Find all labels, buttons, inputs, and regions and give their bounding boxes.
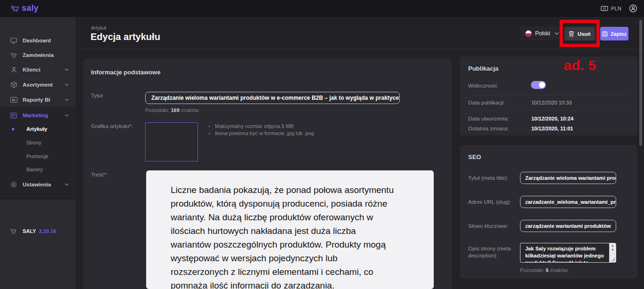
sidebar-item-label: Marketing [23, 112, 48, 118]
sidebar-subitem-label: Strony [26, 140, 41, 145]
page-scrollbar[interactable] [639, 20, 642, 146]
scroll-up-icon[interactable]: ▲ [610, 243, 616, 248]
article-title-input[interactable]: Zarządzanie wieloma wariantami produktów… [145, 92, 400, 104]
header-divider [75, 48, 644, 49]
save-icon [602, 31, 608, 37]
account-icon[interactable] [629, 4, 637, 13]
active-bullet-icon [12, 128, 14, 130]
delete-button-label: Usuń [578, 31, 591, 37]
chevron-down-icon [65, 114, 69, 117]
chevron-down-icon [65, 68, 69, 71]
language-label: Polski [535, 30, 550, 37]
sidebar-subitem-label: Artykuły [26, 126, 47, 132]
publish-date-label: Data publikacji: [468, 100, 505, 105]
trash-icon [569, 31, 574, 37]
sidebar-subitem-articles[interactable]: Artykuły [0, 123, 75, 135]
meta-title-input[interactable]: Zarządzanie wieloma wariantami produktów [520, 172, 616, 184]
app-logo[interactable]: saly [10, 3, 39, 13]
chevron-down-icon [65, 98, 69, 101]
section-heading: Publikacja [468, 65, 498, 72]
currency-selector[interactable]: PLN [601, 6, 621, 11]
meta-description-textarea[interactable]: Jak Saly rozwiązuje problem kilkadziesią… [520, 243, 616, 263]
chevron-down-icon [554, 32, 559, 35]
modified-date-label: Ostatnia zmiana: [468, 126, 509, 131]
cart-icon [10, 228, 17, 234]
textarea-scrollbar[interactable]: ▲ ▼ [609, 243, 616, 262]
chevron-down-icon [65, 183, 69, 186]
bullet-icon: • [208, 130, 210, 136]
image-hint-format: •Ikona powinna być w formacie .jpg lub .… [208, 130, 314, 136]
article-content-editor[interactable]: Liczne badania pokazują, że ponad połowa… [146, 170, 434, 289]
keyword-label: Słowo kluczowe: [468, 223, 520, 229]
sidebar-item-label: Asortyment [23, 82, 53, 88]
article-content-text: Liczne badania pokazują, że ponad połowa… [146, 170, 434, 289]
sidebar-item-label: Ustawienia [23, 182, 51, 187]
save-button[interactable]: Zapisz [600, 27, 628, 40]
cart-logo-icon [10, 5, 20, 12]
section-heading: SEO [468, 153, 481, 161]
gear-icon [10, 181, 17, 188]
visibility-label: Widoczność [468, 83, 497, 88]
visibility-toggle[interactable] [531, 81, 546, 89]
annotation-text: ad. 5 [559, 57, 601, 73]
sidebar-item-label: Zamówienia [23, 52, 54, 58]
sidebar-item-marketing[interactable]: Marketing [0, 109, 75, 122]
logo-text: saly [22, 3, 39, 13]
monitor-icon [10, 37, 17, 44]
sidebar-subitem-banners[interactable]: Banery [0, 163, 75, 176]
person-icon [10, 66, 17, 73]
sidebar-item-label: Klienci [23, 67, 41, 72]
sidebar-item-label: Dashboard [23, 38, 51, 43]
meta-title-label: Tytuł (meta title): [468, 175, 520, 181]
publication-panel: Publikacja Widoczność Data publikacji: 1… [460, 56, 637, 136]
sidebar-subitem-pages[interactable]: Strony [0, 136, 75, 149]
sidebar: Dashboard Zamówienia Klienci Asortyment … [0, 17, 75, 289]
page-title: Edycja artykułu [91, 32, 160, 42]
content-field-label: Treść*: [91, 172, 108, 177]
slug-input[interactable]: zarzadzanie_wieloma_wariantami_produktow [520, 196, 616, 208]
sidebar-subitem-label: Promocje [26, 153, 48, 159]
delete-button[interactable]: Usuń [564, 27, 595, 40]
title-remaining-hint: Pozostało: 169 znaków. [145, 107, 200, 113]
currency-label: PLN [611, 6, 621, 11]
article-image-upload[interactable] [145, 122, 198, 161]
sidebar-item-settings[interactable]: Ustawienia [0, 178, 75, 191]
sidebar-item-assortment[interactable]: Asortyment [0, 78, 75, 91]
description-remaining-hint: Pozostało: 6 znaków. [520, 267, 569, 273]
created-date-label: Data utworzenia: [468, 116, 509, 121]
bullet-icon: • [208, 123, 210, 129]
sidebar-item-label: Raporty BI [23, 97, 50, 103]
toggle-knob [539, 82, 545, 88]
sidebar-item-orders[interactable]: Zamówienia [0, 48, 75, 62]
topbar: saly PLN [0, 0, 644, 17]
bi-report-icon: BI [10, 96, 17, 104]
version-name: SALY [23, 228, 36, 234]
keyword-input[interactable]: zarządzanie wariantami produktów [520, 220, 616, 232]
language-select[interactable]: Polski [520, 26, 559, 40]
scroll-down-icon[interactable]: ▼ [610, 248, 616, 252]
breadcrumb: Artykuł [91, 25, 106, 31]
sidebar-item-clients[interactable]: Klienci [0, 63, 75, 76]
image-hint-size: •Maksymalny rozmiar zdjęcia 5 MB [208, 123, 294, 129]
chevron-down-icon [65, 83, 69, 86]
slug-label: Adres URL (slug): [468, 199, 520, 205]
cart-icon [10, 51, 17, 59]
sidebar-item-reports-bi[interactable]: BI Raporty BI [0, 93, 75, 106]
sidebar-subitem-promotions[interactable]: Promocje [0, 150, 75, 162]
version-number: 3.10.16 [39, 228, 56, 234]
sidebar-item-dashboard[interactable]: Dashboard [0, 34, 75, 47]
modified-date-value: 10/12/2020, 11:01 [531, 126, 573, 131]
image-field-label: Grafika artykułu*: [91, 123, 132, 129]
poland-flag-icon [525, 30, 532, 37]
banknote-icon [601, 6, 608, 11]
save-button-label: Zapisz [611, 31, 627, 37]
sidebar-subitem-label: Banery [26, 167, 43, 172]
panel-divider [468, 95, 629, 96]
package-icon [10, 81, 17, 88]
resize-grip-icon[interactable] [611, 257, 615, 262]
title-field-label: Tytuł [91, 93, 102, 98]
section-heading: Informacje podstawowe [91, 69, 160, 76]
publish-date-value: 10/12/2020 10:33 [531, 100, 572, 105]
topbar-actions: PLN [601, 0, 637, 17]
created-date-value: 10/12/2020, 10:24 [531, 116, 573, 121]
